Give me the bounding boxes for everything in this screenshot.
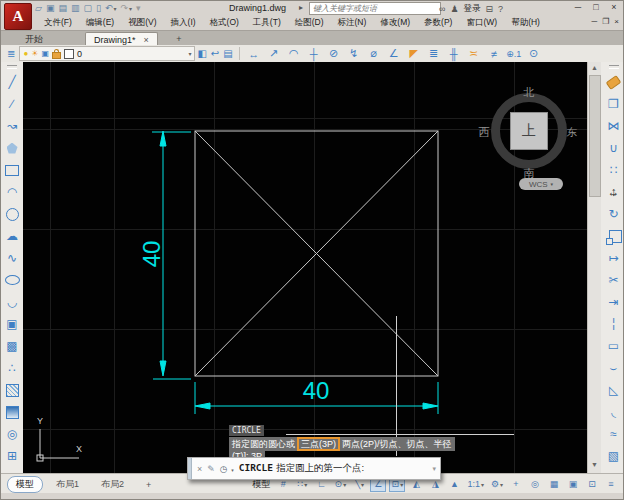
dim-break-icon[interactable]: ≠ [484, 46, 504, 61]
command-customize-icon[interactable]: ✎ [207, 464, 215, 474]
customize-icon[interactable]: ≡ [603, 476, 619, 492]
layer-dropdown-caret-icon[interactable]: ▾ [188, 50, 191, 57]
menu-insert[interactable]: 插入(I) [164, 17, 203, 29]
graphics-performance-icon[interactable]: ▦ [546, 476, 562, 492]
table-icon[interactable]: ⊞ [2, 445, 22, 467]
command-close-icon[interactable]: × [197, 464, 202, 474]
scrollbar-thumb[interactable] [589, 75, 601, 197]
layer-lock-icon[interactable] [52, 52, 61, 59]
viewcube-north-label[interactable]: 北 [519, 85, 539, 100]
fillet-icon[interactable]: ◟ [604, 401, 624, 423]
redo-icon[interactable]: ↷▾ [121, 2, 133, 16]
toolbar-grip[interactable] [609, 65, 619, 69]
close-button[interactable]: × [608, 2, 620, 12]
dim-angular-icon[interactable]: ∠ [384, 46, 404, 61]
layer-viewport-icon[interactable]: ▣ [41, 49, 49, 59]
layout2-tab[interactable]: 布局2 [92, 476, 133, 493]
command-collapse-icon[interactable]: ▾ [432, 465, 436, 473]
circle-icon[interactable] [2, 203, 22, 225]
doc-close-button[interactable]: × [614, 17, 619, 26]
rectangle-icon[interactable] [2, 159, 22, 181]
viewcube-east-label[interactable]: 东 [562, 125, 582, 140]
command-bar-grip[interactable] [188, 458, 192, 479]
isolate-objects-icon[interactable]: ◎ [527, 476, 543, 492]
layout1-tab[interactable]: 布局1 [47, 476, 88, 493]
command-line-bar[interactable]: × ✎ ◷ ▾ CIRCLE指定圆上的第一个点: ▾ [187, 457, 441, 480]
dim-radius-icon[interactable]: ⊘ [324, 46, 344, 61]
create-block-icon[interactable]: ▩ [2, 335, 22, 357]
app-store-cart-icon[interactable]: ⊟ [486, 4, 494, 14]
new-tab-button[interactable]: + [173, 34, 185, 44]
menu-dimension[interactable]: 标注(N) [331, 17, 374, 29]
rotate-icon[interactable]: ↻ [604, 203, 624, 225]
search-input[interactable] [309, 2, 441, 15]
insert-block-icon[interactable]: ▣ [2, 313, 22, 335]
plus-icon[interactable]: + [508, 476, 524, 492]
menu-modify[interactable]: 修改(M) [373, 17, 417, 29]
doc-minimize-button[interactable]: ─ [591, 17, 597, 26]
center-mark-icon[interactable]: ⊙ [524, 46, 544, 61]
tab-close-icon[interactable]: × [144, 35, 149, 45]
trim-icon[interactable]: ✂ [604, 269, 624, 291]
dim-diameter-icon[interactable]: ⌀ [364, 46, 384, 61]
gradient-icon[interactable] [2, 401, 22, 423]
offset-icon[interactable]: ∪ [604, 137, 624, 159]
menu-draw[interactable]: 绘图(D) [288, 17, 331, 29]
menu-format[interactable]: 格式(O) [203, 17, 246, 29]
doc-restore-button[interactable]: ❐ [602, 17, 609, 26]
arc-icon[interactable]: ◠ [2, 181, 22, 203]
polyline-icon[interactable]: ↝ [2, 115, 22, 137]
polygon-icon[interactable] [2, 137, 22, 159]
scroll-down-icon[interactable]: ▼ [588, 459, 601, 471]
layer-combobox[interactable]: ●☀▣ 0 ▾ [19, 46, 195, 61]
dim-baseline-icon[interactable]: ≣ [424, 46, 444, 61]
viewcube-west-label[interactable]: 西 [474, 125, 494, 140]
break-at-point-icon[interactable]: ╎ [604, 313, 624, 335]
toolbar-grip[interactable] [7, 65, 17, 69]
signin-link[interactable]: 登录 [464, 3, 481, 15]
layer-color-swatch[interactable] [64, 49, 74, 59]
fullscreen-icon[interactable]: ⊡ [584, 476, 600, 492]
menu-file[interactable]: 文件(F) [37, 17, 79, 29]
point-icon[interactable]: ∴ [2, 357, 22, 379]
qat-customize-icon[interactable]: ▾ [136, 2, 141, 15]
region-icon[interactable]: ◎ [2, 423, 22, 445]
break-icon[interactable]: ▭ [604, 335, 624, 357]
dim-aligned-icon[interactable]: ↗ [264, 46, 284, 61]
construction-line-icon[interactable]: ∕ [2, 93, 22, 115]
help-icon[interactable]: ? [498, 4, 503, 14]
workspace-icon[interactable]: ⚙▾ [489, 476, 505, 492]
saveas-icon[interactable]: ▤ [58, 2, 67, 15]
dim-ordinate-icon[interactable]: ┼ [304, 46, 324, 61]
new-layout-tab[interactable]: + [137, 478, 160, 492]
maximize-button[interactable]: □ [590, 2, 602, 12]
stretch-icon[interactable]: ↦ [604, 247, 624, 269]
clean-screen-icon[interactable]: ▣ [565, 476, 581, 492]
title-arrow-icon[interactable]: ▸ [299, 3, 303, 12]
revision-cloud-icon[interactable]: ☁ [2, 225, 22, 247]
mirror-icon[interactable]: ⋈ [604, 115, 624, 137]
annotation-scale-icon[interactable]: ▲ [446, 476, 462, 492]
line-icon[interactable]: ╱ [2, 71, 22, 93]
dim-space-icon[interactable]: ≍ [464, 46, 484, 61]
blend-curves-icon[interactable]: ≈ [604, 423, 624, 445]
save-icon[interactable]: ▣ [46, 2, 55, 15]
layer-previous-icon[interactable]: ↩ [211, 48, 219, 59]
erase-icon[interactable] [604, 71, 624, 93]
quick-dim-icon[interactable]: ◤ [404, 46, 424, 61]
layer-on-icon[interactable]: ● [23, 49, 28, 59]
tolerance-icon[interactable]: ⊕.1 [504, 46, 524, 61]
search-binoculars-icon[interactable]: ∞ [439, 4, 445, 14]
layer-freeze-icon[interactable]: ☀ [31, 49, 38, 59]
menu-parametric[interactable]: 参数(P) [417, 17, 459, 29]
undo-icon[interactable]: ↶▾ [105, 2, 117, 16]
viewcube-top-face[interactable]: 上 [510, 112, 548, 150]
menu-view[interactable]: 视图(V) [121, 17, 163, 29]
array-icon[interactable]: ∷ [604, 159, 624, 181]
menu-tools[interactable]: 工具(T) [246, 17, 288, 29]
new-sheet-icon[interactable]: ▯ [96, 2, 101, 15]
menu-window[interactable]: 窗口(W) [459, 17, 504, 29]
menu-help[interactable]: 帮助(H) [504, 17, 547, 29]
menu-edit[interactable]: 编辑(E) [79, 17, 121, 29]
plot-preview-icon[interactable]: ▢ [83, 2, 92, 15]
